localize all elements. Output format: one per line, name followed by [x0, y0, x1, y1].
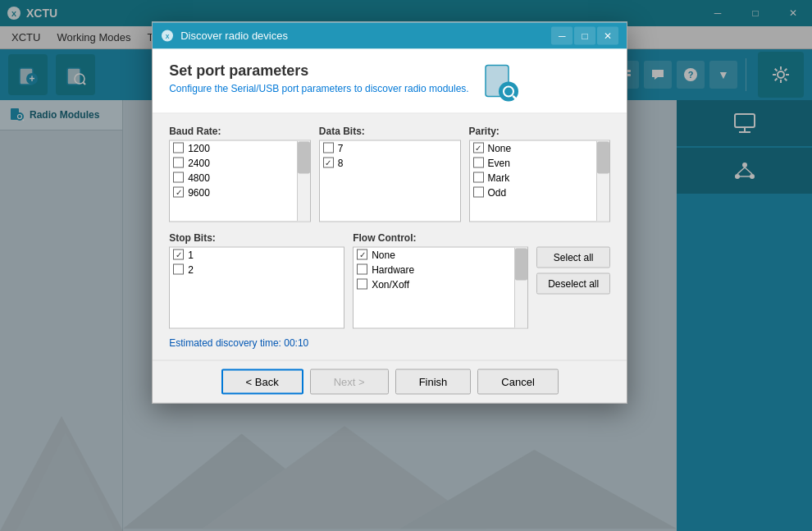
discover-dialog: X Discover radio devices ─ □ ✕ Set port …: [152, 21, 627, 403]
parity-even-checkbox[interactable]: [473, 158, 484, 168]
parity-scroll-thumb: [597, 142, 609, 174]
parity-list-content[interactable]: None Even Mark Odd: [470, 140, 597, 221]
baud-9600-checkbox[interactable]: [173, 187, 184, 198]
parity-none[interactable]: None: [470, 140, 597, 155]
baud-rate-list[interactable]: 1200 2400 4800 9600: [169, 140, 311, 222]
dialog-close-button[interactable]: ✕: [597, 26, 618, 44]
flow-control-section: Flow Control: None Hardware: [353, 231, 528, 328]
parity-none-checkbox[interactable]: [473, 143, 484, 153]
baud-rate-9600[interactable]: 9600: [170, 185, 297, 199]
flow-scroll-thumb: [515, 249, 527, 281]
flow-control-list[interactable]: None Hardware Xon/Xoff: [353, 246, 528, 328]
dialog-header: Set port parameters Configure the Serial…: [153, 48, 627, 113]
deselect-all-button[interactable]: Deselect all: [536, 272, 610, 294]
baud-1200-checkbox[interactable]: [173, 143, 184, 153]
flow-hardware[interactable]: Hardware: [354, 262, 514, 277]
baud-rate-scroll-thumb: [298, 142, 310, 174]
parity-mark[interactable]: Mark: [470, 170, 597, 185]
parity-section: Parity: None Even Mark: [469, 125, 611, 222]
data-bits-list-content[interactable]: 7 8: [320, 140, 460, 221]
flow-xonxoff[interactable]: Xon/Xoff: [354, 277, 514, 291]
stop-bits-section: Stop Bits: 1 2: [169, 231, 344, 328]
stop-2-checkbox[interactable]: [173, 264, 184, 275]
parity-odd[interactable]: Odd: [470, 185, 597, 199]
parity-scrollbar[interactable]: [596, 140, 609, 221]
stop-bits-2[interactable]: 2: [170, 262, 344, 277]
svg-text:X: X: [166, 33, 170, 39]
stop-bits-1[interactable]: 1: [170, 247, 344, 262]
baud-4800-checkbox[interactable]: [173, 172, 184, 183]
dialog-logo-icon: X: [161, 29, 174, 42]
baud-rate-section: Baud Rate: 1200 2400 4800: [169, 125, 311, 222]
stop-bits-list-content[interactable]: 1 2: [170, 247, 344, 327]
stop-bits-label: Stop Bits:: [169, 231, 344, 243]
data-7-checkbox[interactable]: [323, 143, 334, 153]
flow-xonxoff-checkbox[interactable]: [357, 279, 367, 290]
flow-none-checkbox[interactable]: [357, 249, 367, 260]
dialog-body: Baud Rate: 1200 2400 4800: [153, 113, 627, 359]
dialog-footer: < Back Next > Finish Cancel: [153, 359, 627, 402]
data-bits-8[interactable]: 8: [320, 155, 460, 170]
select-all-button[interactable]: Select all: [536, 246, 610, 268]
stop-1-checkbox[interactable]: [173, 249, 184, 260]
dialog-restore-button[interactable]: □: [574, 26, 595, 44]
parity-label: Parity:: [469, 125, 611, 136]
back-button[interactable]: < Back: [221, 368, 303, 394]
next-button[interactable]: Next >: [310, 368, 389, 394]
baud-2400-checkbox[interactable]: [173, 158, 184, 168]
flow-hardware-checkbox[interactable]: [357, 264, 367, 275]
discover-icon: [479, 62, 522, 104]
flow-control-list-content[interactable]: None Hardware Xon/Xoff: [354, 247, 514, 327]
flow-control-label: Flow Control:: [353, 231, 528, 243]
dialog-header-icon: [479, 62, 522, 104]
finish-button[interactable]: Finish: [395, 368, 472, 394]
bottom-params-grid: Stop Bits: 1 2 Flow: [169, 231, 610, 328]
parity-mark-checkbox[interactable]: [473, 172, 484, 183]
baud-rate-1200[interactable]: 1200: [170, 140, 297, 155]
data-bits-label: Data Bits:: [319, 125, 461, 136]
baud-rate-2400[interactable]: 2400: [170, 155, 297, 170]
baud-rate-scrollbar[interactable]: [297, 140, 310, 221]
dialog-header-text: Set port parameters Configure the Serial…: [169, 62, 469, 94]
data-8-checkbox[interactable]: [323, 158, 334, 168]
select-buttons-container: Select all Deselect all: [536, 231, 610, 294]
parity-list[interactable]: None Even Mark Odd: [469, 140, 611, 222]
baud-rate-label: Baud Rate:: [169, 125, 311, 136]
flow-scrollbar[interactable]: [514, 247, 527, 327]
stop-bits-list[interactable]: 1 2: [169, 246, 344, 328]
estimated-time: Estimated discovery time: 00:10: [169, 336, 610, 348]
dialog-title-bar: X Discover radio devices ─ □ ✕: [153, 22, 627, 48]
flow-none[interactable]: None: [354, 247, 514, 262]
top-params-grid: Baud Rate: 1200 2400 4800: [169, 125, 610, 222]
baud-rate-list-content[interactable]: 1200 2400 4800 9600: [170, 140, 297, 221]
parity-odd-checkbox[interactable]: [473, 187, 484, 198]
data-bits-list[interactable]: 7 8: [319, 140, 461, 222]
dialog-minimize-button[interactable]: ─: [551, 26, 573, 44]
parity-even[interactable]: Even: [470, 155, 597, 170]
dialog-title: Discover radio devices: [180, 30, 288, 42]
data-bits-7[interactable]: 7: [320, 140, 460, 155]
data-bits-section: Data Bits: 7 8: [319, 125, 461, 222]
dialog-controls: ─ □ ✕: [551, 26, 618, 44]
baud-rate-4800[interactable]: 4800: [170, 170, 297, 185]
dialog-heading: Set port parameters: [169, 62, 469, 79]
dialog-description: Configure the Serial/USB port parameters…: [169, 82, 469, 94]
cancel-button[interactable]: Cancel: [477, 368, 558, 394]
